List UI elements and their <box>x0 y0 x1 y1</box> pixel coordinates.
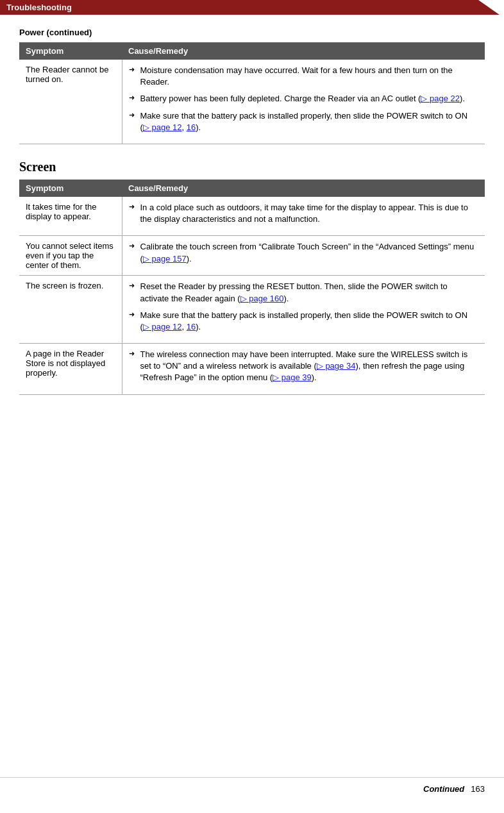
table-row: A page in the Reader Store is not displa… <box>19 344 485 395</box>
power-remedy-1: Moisture condensation may have occurred.… <box>122 60 485 144</box>
header-title: Troubleshooting <box>6 3 72 12</box>
screen-section: Screen Symptom Cause/Remedy It takes tim… <box>19 160 485 395</box>
page-content: Power (continued) Symptom Cause/Remedy T… <box>0 15 504 423</box>
table-row: You cannot select items even if you tap … <box>19 236 485 276</box>
power-col2-header: Cause/Remedy <box>122 42 485 60</box>
screen-col1-header: Symptom <box>19 180 122 197</box>
page-ref-16b[interactable]: 16 <box>187 322 196 331</box>
list-item: Moisture condensation may have occurred.… <box>129 65 479 88</box>
screen-remedy-2: Calibrate the touch screen from “Calibra… <box>122 236 485 276</box>
footer-page-number: 163 <box>471 784 485 794</box>
page-ref-22[interactable]: ▷ page 22 <box>421 94 460 103</box>
page-ref-12[interactable]: ▷ page 12 <box>143 122 182 132</box>
screen-symptom-2: You cannot select items even if you tap … <box>19 236 122 276</box>
list-item: Battery power has been fully depleted. C… <box>129 93 479 105</box>
table-row: It takes time for the display to appear.… <box>19 197 485 236</box>
list-item: Reset the Reader by pressing the RESET b… <box>129 281 479 304</box>
screen-symptom-3: The screen is frozen. <box>19 276 122 344</box>
table-row: The screen is frozen. Reset the Reader b… <box>19 276 485 344</box>
header-bar: Troubleshooting <box>0 0 504 15</box>
screen-symptom-4: A page in the Reader Store is not displa… <box>19 344 122 395</box>
list-item: Calibrate the touch screen from “Calibra… <box>129 241 479 264</box>
footer-continued-label: Continued <box>423 784 464 794</box>
list-item: The wireless connection may have been in… <box>129 349 479 384</box>
power-table: Symptom Cause/Remedy The Reader cannot b… <box>19 42 485 144</box>
footer: Continued 163 <box>0 777 504 800</box>
screen-col2-header: Cause/Remedy <box>122 180 485 197</box>
screen-table: Symptom Cause/Remedy It takes time for t… <box>19 180 485 395</box>
screen-section-heading: Screen <box>19 160 485 174</box>
page-ref-12b[interactable]: ▷ page 12 <box>143 322 182 331</box>
page-ref-16[interactable]: 16 <box>187 122 196 132</box>
page-ref-39[interactable]: ▷ page 39 <box>273 373 312 382</box>
list-item: Make sure that the battery pack is insta… <box>129 310 479 333</box>
list-item: In a cold place such as outdoors, it may… <box>129 202 479 225</box>
list-item: Make sure that the battery pack is insta… <box>129 110 479 133</box>
screen-remedy-1: In a cold place such as outdoors, it may… <box>122 197 485 236</box>
page-ref-157[interactable]: ▷ page 157 <box>143 254 187 264</box>
power-section: Power (continued) Symptom Cause/Remedy T… <box>19 28 485 144</box>
table-row: The Reader cannot be turned on. Moisture… <box>19 60 485 144</box>
page-ref-34[interactable]: ▷ page 34 <box>317 361 356 371</box>
screen-symptom-1: It takes time for the display to appear. <box>19 197 122 236</box>
screen-remedy-4: The wireless connection may have been in… <box>122 344 485 395</box>
screen-remedy-3: Reset the Reader by pressing the RESET b… <box>122 276 485 344</box>
power-col1-header: Symptom <box>19 42 122 60</box>
page-ref-160[interactable]: ▷ page 160 <box>240 294 284 303</box>
power-section-heading: Power (continued) <box>19 28 485 37</box>
power-symptom-1: The Reader cannot be turned on. <box>19 60 122 144</box>
